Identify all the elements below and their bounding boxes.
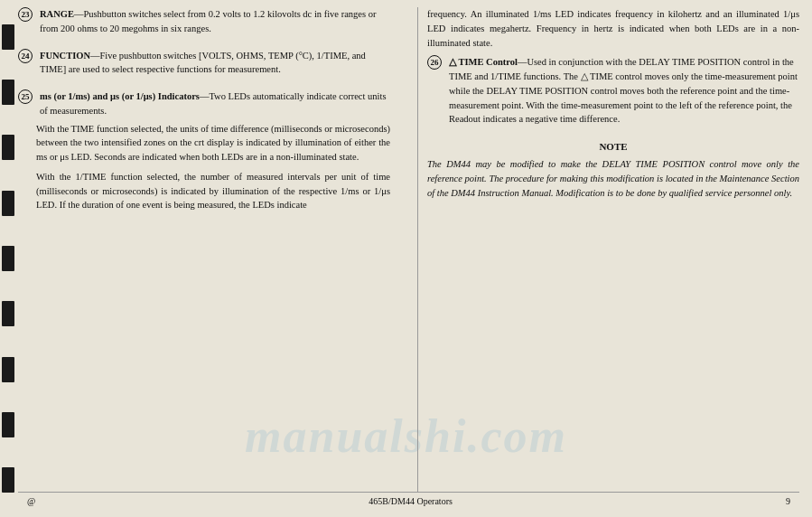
section-26-number: 26 bbox=[427, 55, 442, 70]
tab-mark bbox=[2, 301, 14, 326]
section-23-text: RANGE—Pushbutton switches select from 0.… bbox=[40, 7, 390, 36]
section-26-text: △ TIME Control—Used in conjunction with … bbox=[449, 55, 799, 127]
footer-center: 465B/DM44 Operators bbox=[369, 496, 453, 506]
tab-mark bbox=[2, 467, 14, 493]
section-24-number: 24 bbox=[18, 49, 33, 63]
content-area: 23 RANGE—Pushbutton switches select from… bbox=[18, 7, 799, 510]
note-body: The DM44 may be modified to make the DEL… bbox=[427, 157, 799, 200]
section-25-header: 25 ms (or 1/ms) and μs (or 1/μs) Indicat… bbox=[18, 89, 390, 118]
section-23-term: RANGE bbox=[40, 9, 74, 19]
tab-mark bbox=[2, 246, 14, 271]
footer: @ 465B/DM44 Operators 9 bbox=[18, 492, 799, 510]
section-26-header: 26 △ TIME Control—Used in conjunction wi… bbox=[427, 55, 799, 127]
tab-mark bbox=[2, 24, 14, 50]
section-25-body: With the TIME function selected, the uni… bbox=[36, 122, 390, 213]
left-tabs bbox=[0, 0, 16, 517]
section-24-text: FUNCTION—Five pushbutton switches [VOLTS… bbox=[40, 49, 390, 78]
section-26-term: △ TIME Control bbox=[449, 57, 518, 67]
section-25-para2: With the 1/TIME function selected, the n… bbox=[36, 170, 390, 212]
section-26: 26 △ TIME Control—Used in conjunction wi… bbox=[427, 55, 799, 127]
tab-mark bbox=[2, 412, 14, 437]
tab-mark bbox=[2, 135, 14, 160]
tab-mark bbox=[2, 80, 14, 105]
right-top-para: frequency. An illuminated 1/ms LED indic… bbox=[427, 7, 799, 50]
section-23-suffix: —Pushbutton switches select from 0.2 vol… bbox=[40, 9, 376, 33]
section-25-heading-text: ms (or 1/ms) and μs (or 1/μs) Indicators… bbox=[40, 89, 390, 118]
note-title: NOTE bbox=[427, 141, 799, 152]
section-25-term: ms (or 1/ms) and μs (or 1/μs) Indicators bbox=[40, 91, 200, 101]
note-section: NOTE The DM44 may be modified to make th… bbox=[427, 141, 799, 200]
section-25-para1: With the TIME function selected, the uni… bbox=[36, 122, 390, 164]
section-24-header: 24 FUNCTION—Five pushbutton switches [VO… bbox=[18, 49, 390, 78]
section-23: 23 RANGE—Pushbutton switches select from… bbox=[18, 7, 390, 36]
section-26-suffix: —Used in conjunction with the DELAY TIME… bbox=[449, 57, 798, 124]
section-24: 24 FUNCTION—Five pushbutton switches [VO… bbox=[18, 49, 390, 78]
footer-right: 9 bbox=[786, 496, 790, 506]
tab-mark bbox=[2, 191, 14, 216]
left-column: 23 RANGE—Pushbutton switches select from… bbox=[18, 7, 399, 492]
right-column: frequency. An illuminated 1/ms LED indic… bbox=[417, 7, 799, 492]
two-columns: 23 RANGE—Pushbutton switches select from… bbox=[18, 7, 799, 492]
section-25-number: 25 bbox=[18, 89, 33, 104]
section-23-number: 23 bbox=[18, 7, 33, 22]
section-25: 25 ms (or 1/ms) and μs (or 1/μs) Indicat… bbox=[18, 89, 390, 212]
tab-mark bbox=[2, 357, 14, 382]
section-24-term: FUNCTION bbox=[40, 51, 90, 61]
footer-left: @ bbox=[27, 496, 35, 506]
right-top-text: frequency. An illuminated 1/ms LED indic… bbox=[427, 7, 799, 50]
section-23-header: 23 RANGE—Pushbutton switches select from… bbox=[18, 7, 390, 36]
